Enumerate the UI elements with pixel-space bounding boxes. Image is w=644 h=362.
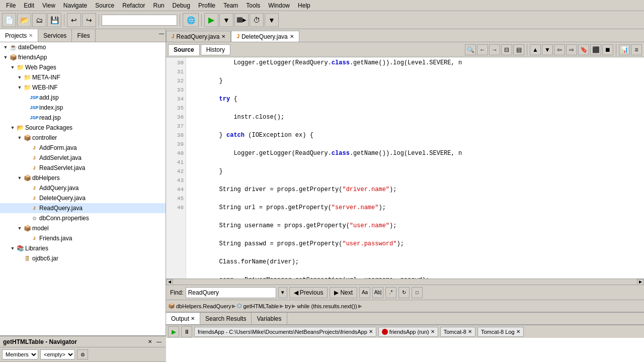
panel-minimize-button[interactable]: — <box>157 29 166 37</box>
scroll-left-btn[interactable]: ◀ <box>166 279 173 285</box>
find-regex-btn[interactable]: .* <box>385 287 396 298</box>
tree-toggle[interactable]: ▼ <box>16 134 23 141</box>
tree-item-addservlet[interactable]: J AddServlet.java <box>0 153 166 163</box>
source-tab[interactable]: Source <box>168 44 200 55</box>
tree-item-addjsp[interactable]: JSP add.jsp <box>0 93 166 103</box>
run-play-btn[interactable]: ▶ <box>168 326 179 337</box>
menu-run[interactable]: Run <box>149 1 169 10</box>
tree-item-ojdbc[interactable]: 🗄 ojdbc6.jar <box>0 253 166 263</box>
bc-try[interactable]: try <box>285 303 291 309</box>
undo-button[interactable]: ↩ <box>67 13 81 27</box>
tab-deletequery-close[interactable]: ✕ <box>290 34 294 39</box>
find-dropdown-btn[interactable]: ▼ <box>278 287 287 298</box>
menu-source[interactable]: Source <box>91 1 118 10</box>
horizontal-scrollbar[interactable]: ◀ ▶ <box>166 279 644 285</box>
code-editor[interactable]: 30 31 32 33 34 35 36 37 38 39 40 41 42 4… <box>166 57 644 279</box>
chart-btn[interactable]: 📊 <box>619 44 630 55</box>
tree-item-readjsp[interactable]: JSP read.jsp <box>0 113 166 123</box>
stop-btn[interactable]: ⬛ <box>590 44 601 55</box>
run-item-friendsapp[interactable]: friendsApp - C:\Users\Mike\Documents\Net… <box>194 327 376 337</box>
run-item-close[interactable]: ✕ <box>369 329 373 334</box>
prev-err-btn[interactable]: ⇦ <box>554 44 565 55</box>
tree-item-friends[interactable]: J Friends.java <box>0 233 166 243</box>
find-match-case-btn[interactable]: Aa <box>359 287 370 298</box>
tree-item-addform[interactable]: J AddForm.java <box>0 143 166 153</box>
search-results-tab[interactable]: Search Results <box>200 313 252 324</box>
browser-btn[interactable]: 🌐 <box>183 13 199 27</box>
menu-debug[interactable]: Debug <box>169 1 194 10</box>
tree-toggle[interactable]: ▼ <box>16 84 23 91</box>
nav-extra-btn[interactable]: ⚙ <box>77 349 88 359</box>
open-project-button[interactable]: 📂 <box>17 13 31 27</box>
tree-item-addquery[interactable]: J AddQuery.java <box>0 183 166 193</box>
bc-gethtmltable[interactable]: ⬡ getHTMLTable <box>237 303 279 309</box>
tab-deletequery[interactable]: J DeleteQuery.java ✕ <box>231 31 299 42</box>
run-button[interactable]: ▶ <box>204 13 218 27</box>
tree-item-dbhelpers[interactable]: ▼ 📦 dbHelpers <box>0 173 166 183</box>
tree-toggle[interactable]: ▼ <box>2 54 9 61</box>
profile-button[interactable]: ⏱ <box>250 13 264 27</box>
find-wrap-btn[interactable]: ↻ <box>398 287 410 298</box>
menu-edit[interactable]: Edit <box>20 1 38 10</box>
more-btn2[interactable]: ≡ <box>631 44 642 55</box>
previous-button[interactable]: ◀ Previous <box>289 287 328 298</box>
tree-toggle[interactable]: ▼ <box>16 225 23 232</box>
find-whole-word-btn[interactable]: Ab| <box>372 287 383 298</box>
tree-toggle[interactable]: ▼ <box>2 44 9 51</box>
run-dropdown[interactable]: ▼ <box>219 13 233 27</box>
tree-item-model[interactable]: ▼ 📦 model <box>0 223 166 233</box>
scroll-right-btn[interactable]: ▶ <box>637 279 644 285</box>
split-btn[interactable]: ⊟ <box>501 44 512 55</box>
menu-tools[interactable]: Tools <box>242 1 264 10</box>
nav-minimize-btn[interactable]: — <box>155 338 163 346</box>
bc-while[interactable]: while (this.results.next()) <box>297 303 357 309</box>
menu-view[interactable]: View <box>38 1 59 10</box>
tab-readquery-close[interactable]: ✕ <box>221 34 225 39</box>
menu-window[interactable]: Window <box>264 1 294 10</box>
tree-item-dbconn[interactable]: ⚙ dbConn.properties <box>0 213 166 223</box>
tab-projects[interactable]: Projects ✕ <box>0 29 38 42</box>
tree-toggle[interactable]: ▼ <box>16 74 23 81</box>
run-item-close2[interactable]: ✕ <box>431 329 435 334</box>
bookmark-btn[interactable]: 🔖 <box>578 44 589 55</box>
tree-item-readservlet[interactable]: J ReadServlet.java <box>0 163 166 173</box>
history-tab[interactable]: History <box>201 44 230 55</box>
menu-navigate[interactable]: Navigate <box>59 1 91 10</box>
find-btn[interactable]: 🔍 <box>465 44 476 55</box>
run-item-tomcat[interactable]: Tomcat-8 ✕ <box>440 327 475 337</box>
up-btn[interactable]: ▲ <box>530 44 541 55</box>
output-tab[interactable]: Output ✕ <box>166 313 200 324</box>
variables-tab[interactable]: Variables <box>252 313 287 324</box>
bc-dbhelpers[interactable]: 📦 dbHelpers.ReadQuery <box>168 303 231 309</box>
next-err-btn[interactable]: ⇨ <box>566 44 577 55</box>
profile-dropdown[interactable]: ▼ <box>265 13 279 27</box>
tree-item-readquery[interactable]: J ReadQuery.java <box>0 203 166 213</box>
empty-select[interactable]: <empty> <box>40 349 75 359</box>
output-close[interactable]: ✕ <box>191 316 195 321</box>
tree-item-controller[interactable]: ▼ 📦 controller <box>0 133 166 143</box>
run-item-friendsapp-run[interactable]: friendsApp (run) ✕ <box>378 327 438 337</box>
run-item-tomcat-log[interactable]: Tomcat-8 Log ✕ <box>477 327 524 337</box>
tree-item-webpages[interactable]: ▼ 📁 Web Pages <box>0 62 166 72</box>
run-item-close4[interactable]: ✕ <box>516 329 520 334</box>
find-input[interactable] <box>186 287 276 298</box>
nav-close-btn[interactable]: ✕ <box>146 338 154 346</box>
tab-readquery[interactable]: J ReadQuery.java ✕ <box>166 31 231 42</box>
tree-item-metainf[interactable]: ▼ 📁 META-INF <box>0 72 166 82</box>
tree-item-friendsApp[interactable]: ▼ 📦 friendsApp <box>0 52 166 62</box>
code-area[interactable]: Logger.getLogger(ReadQuery.class.getName… <box>186 57 644 279</box>
down-btn[interactable]: ▼ <box>542 44 553 55</box>
new-project-button[interactable]: 📄 <box>2 13 16 27</box>
tree-toggle[interactable]: ▼ <box>9 245 16 252</box>
menu-help[interactable]: Help <box>294 1 314 10</box>
tree-toggle[interactable]: ▼ <box>9 64 16 71</box>
tree-toggle[interactable]: ▼ <box>16 174 23 182</box>
members-select[interactable]: Members <box>2 349 38 359</box>
tab-projects-close[interactable]: ✕ <box>29 33 33 38</box>
next-button[interactable]: ▶ Next <box>330 287 357 298</box>
tree-item-libraries[interactable]: ▼ 📚 Libraries <box>0 243 166 253</box>
redo-button[interactable]: ↪ <box>82 13 96 27</box>
tree-item-sourcepackages[interactable]: ▼ 📂 Source Packages <box>0 123 166 133</box>
menu-refactor[interactable]: Refactor <box>118 1 149 10</box>
project-tree[interactable]: ▼ ☕ dateDemo ▼ 📦 friendsApp ▼ 📁 Web Page… <box>0 42 166 362</box>
